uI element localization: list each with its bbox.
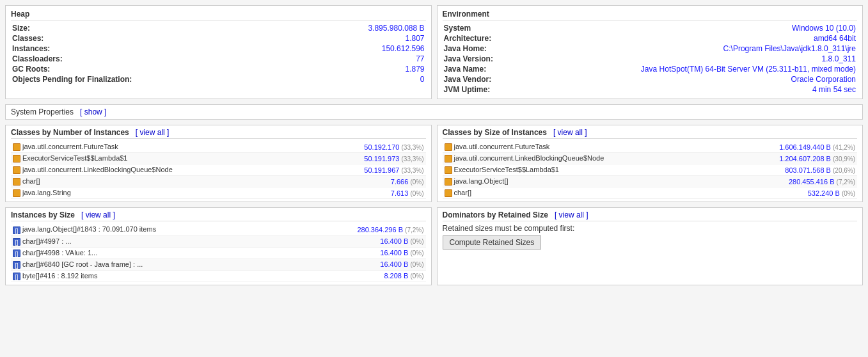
class-name-cell: char[] bbox=[11, 176, 310, 187]
top-row: Heap Size: 3.895.980.088 B Classes: 1.80… bbox=[5, 5, 863, 99]
environment-title: Environment bbox=[443, 10, 858, 20]
classes-by-size-section: Classes by Size of Instances [ view all … bbox=[437, 125, 864, 202]
heap-row: Size: 3.895.980.088 B bbox=[11, 23, 426, 33]
compute-retained-sizes-button[interactable]: Compute Retained Sizes bbox=[443, 235, 542, 250]
classes-by-instances-view-all[interactable]: [ view all ] bbox=[136, 128, 170, 137]
classes-by-instances-section: Classes by Number of Instances [ view al… bbox=[5, 125, 432, 202]
env-row-value: Java HotSpot(TM) 64-Bit Server VM (25.31… bbox=[526, 64, 858, 74]
instance-label-cell: []char[]#4997 : ... bbox=[11, 235, 292, 247]
size-cell: 1.204.607.208 B (30,9%) bbox=[721, 153, 857, 164]
instance-label-cell: []byte[]#416 : 8.192 items bbox=[11, 270, 292, 282]
env-row: Architecture: amd64 64bit bbox=[443, 33, 858, 44]
env-row: Java Version: 1.8.0_311 bbox=[443, 54, 858, 64]
classes-by-instances-header: Classes by Number of Instances [ view al… bbox=[11, 128, 426, 139]
class-name-cell: char[] bbox=[443, 187, 722, 199]
class-icon bbox=[445, 155, 452, 163]
heap-row-label: Instances: bbox=[11, 44, 133, 54]
env-row: System Windows 10 (10.0) bbox=[443, 23, 858, 33]
classes-by-size-header: Classes by Size of Instances [ view all … bbox=[443, 128, 858, 139]
heap-row-value: 3.895.980.088 B bbox=[133, 23, 425, 33]
instance-icon: [] bbox=[13, 261, 20, 269]
dominators-view-all[interactable]: [ view all ] bbox=[555, 210, 588, 219]
class-name-cell: java.util.concurrent.FutureTask bbox=[443, 141, 722, 153]
table-row: java.util.concurrent.FutureTask 1.606.14… bbox=[443, 141, 858, 153]
class-icon bbox=[13, 178, 20, 186]
system-properties-show-link[interactable]: [ show ] bbox=[80, 107, 106, 116]
dominators-header: Dominators by Retained Size [ view all ] bbox=[443, 210, 858, 221]
table-row: java.util.concurrent.FutureTask 50.192.1… bbox=[11, 141, 426, 153]
table-row: java.lang.String 7.613 (0%) bbox=[11, 187, 426, 199]
table-row: java.lang.Object[] 280.455.416 B (7,2%) bbox=[443, 176, 858, 187]
table-row: java.util.concurrent.LinkedBlockingQueue… bbox=[11, 164, 426, 176]
classes-by-size-title: Classes by Size of Instances bbox=[443, 128, 547, 137]
retained-msg: Retained sizes must be computed first: bbox=[443, 224, 858, 233]
system-properties-bar: System Properties [ show ] bbox=[5, 104, 863, 120]
bottom-row: Classes by Number of Instances [ view al… bbox=[5, 125, 863, 202]
instance-label-cell: []java.lang.Object[]#1843 : 70.091.070 i… bbox=[11, 224, 292, 235]
env-row-label: Java Home: bbox=[443, 44, 526, 54]
heap-row-label: Classes: bbox=[11, 33, 133, 44]
table-row: []char[]#4998 : VAlue: 1... 16.400 B (0%… bbox=[11, 247, 426, 258]
instances-by-size-title: Instances by Size bbox=[11, 210, 75, 219]
count-cell: 50.191.973 (33,3%) bbox=[310, 153, 425, 164]
heap-row-label: Size: bbox=[11, 23, 133, 33]
env-row-value: amd64 64bit bbox=[526, 33, 858, 44]
table-row: char[] 532.240 B (0%) bbox=[443, 187, 858, 199]
instance-icon: [] bbox=[13, 250, 20, 257]
class-name-cell: ExecutorServiceTest$$Lambda$1 bbox=[11, 153, 310, 164]
heap-row: GC Roots: 1.879 bbox=[11, 64, 426, 74]
environment-section: Environment System Windows 10 (10.0) Arc… bbox=[437, 5, 864, 99]
heap-row-label: Objects Pending for Finalization: bbox=[11, 74, 133, 84]
count-cell: 7.666 (0%) bbox=[310, 176, 425, 187]
class-icon bbox=[13, 189, 20, 197]
table-row: java.util.concurrent.LinkedBlockingQueue… bbox=[443, 153, 858, 164]
size-cell: 1.606.149.440 B (41,2%) bbox=[721, 141, 857, 153]
table-row: ExecutorServiceTest$$Lambda$1 50.191.973… bbox=[11, 153, 426, 164]
size-cell: 280.455.416 B (7,2%) bbox=[721, 176, 857, 187]
env-row: Java Vendor: Oracle Corporation bbox=[443, 74, 858, 84]
main-container: Heap Size: 3.895.980.088 B Classes: 1.80… bbox=[0, 0, 868, 357]
instances-by-size-header: Instances by Size [ view all ] bbox=[11, 210, 426, 221]
table-row: ExecutorServiceTest$$Lambda$1 803.071.56… bbox=[443, 164, 858, 176]
instance-icon: [] bbox=[13, 273, 20, 280]
heap-row: Classes: 1.807 bbox=[11, 33, 426, 44]
heap-row-label: Classloaders: bbox=[11, 54, 133, 64]
instance-icon: [] bbox=[13, 226, 20, 234]
instance-label-cell: []char[]#6840 [GC root - Java frame] : .… bbox=[11, 258, 292, 270]
env-row-value: 1.8.0_311 bbox=[526, 54, 858, 64]
classes-by-size-table: java.util.concurrent.FutureTask 1.606.14… bbox=[443, 141, 858, 199]
count-cell: 7.613 (0%) bbox=[310, 187, 425, 199]
instance-size-cell: 280.364.296 B (7,2%) bbox=[292, 224, 426, 235]
instance-size-cell: 16.400 B (0%) bbox=[292, 247, 426, 258]
class-icon bbox=[13, 143, 20, 151]
table-row: char[] 7.666 (0%) bbox=[11, 176, 426, 187]
environment-table: System Windows 10 (10.0) Architecture: a… bbox=[443, 23, 858, 95]
table-row: []char[]#6840 [GC root - Java frame] : .… bbox=[11, 258, 426, 270]
system-properties-label: System Properties bbox=[11, 107, 74, 116]
classes-by-size-view-all[interactable]: [ view all ] bbox=[553, 128, 587, 137]
env-row-label: JVM Uptime: bbox=[443, 84, 526, 95]
env-row: Java Home: C:\Program Files\Java\jdk1.8.… bbox=[443, 44, 858, 54]
env-row-label: Java Vendor: bbox=[443, 74, 526, 84]
instance-size-cell: 8.208 B (0%) bbox=[292, 270, 426, 282]
env-row: JVM Uptime: 4 min 54 sec bbox=[443, 84, 858, 95]
class-icon bbox=[445, 189, 452, 197]
heap-row-value: 1.807 bbox=[133, 33, 425, 44]
instance-label-cell: []char[]#4998 : VAlue: 1... bbox=[11, 247, 292, 258]
class-icon bbox=[445, 143, 452, 151]
heap-section: Heap Size: 3.895.980.088 B Classes: 1.80… bbox=[5, 5, 432, 99]
table-row: []byte[]#416 : 8.192 items 8.208 B (0%) bbox=[11, 270, 426, 282]
instances-by-size-view-all[interactable]: [ view all ] bbox=[81, 210, 115, 219]
classes-by-instances-title: Classes by Number of Instances bbox=[11, 128, 129, 137]
instances-by-size-table: []java.lang.Object[]#1843 : 70.091.070 i… bbox=[11, 224, 426, 282]
instance-size-cell: 16.400 B (0%) bbox=[292, 258, 426, 270]
env-row-label: Architecture: bbox=[443, 33, 526, 44]
class-icon bbox=[445, 178, 452, 186]
dominators-section: Dominators by Retained Size [ view all ]… bbox=[437, 207, 864, 285]
size-cell: 532.240 B (0%) bbox=[721, 187, 857, 199]
heap-row-value: 77 bbox=[133, 54, 425, 64]
table-row: []java.lang.Object[]#1843 : 70.091.070 i… bbox=[11, 224, 426, 235]
size-cell: 803.071.568 B (20,6%) bbox=[721, 164, 857, 176]
count-cell: 50.191.967 (33,3%) bbox=[310, 164, 425, 176]
env-row-value: 4 min 54 sec bbox=[526, 84, 858, 95]
